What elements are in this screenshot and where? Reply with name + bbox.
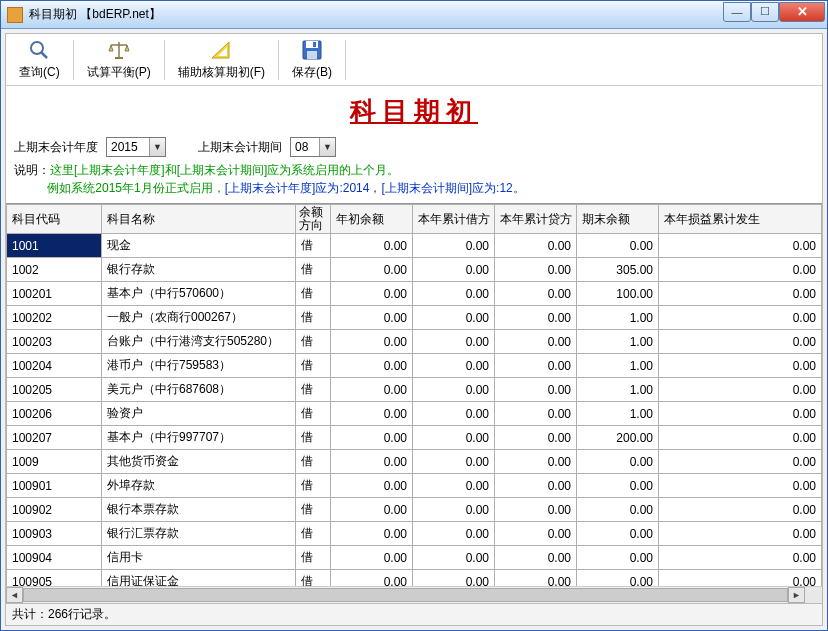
cell-v2[interactable]: 0.00 bbox=[495, 354, 577, 378]
cell-v1[interactable]: 0.00 bbox=[413, 354, 495, 378]
cell-v2[interactable]: 0.00 bbox=[495, 426, 577, 450]
cell-v0[interactable]: 0.00 bbox=[331, 426, 413, 450]
cell-name[interactable]: 验资户 bbox=[102, 402, 296, 426]
cell-code[interactable]: 100203 bbox=[7, 330, 102, 354]
cell-v2[interactable]: 0.00 bbox=[495, 450, 577, 474]
cell-v4[interactable]: 0.00 bbox=[659, 402, 822, 426]
maximize-button[interactable]: ☐ bbox=[751, 2, 779, 22]
cell-v4[interactable]: 0.00 bbox=[659, 570, 822, 586]
cell-v1[interactable]: 0.00 bbox=[413, 522, 495, 546]
cell-v1[interactable]: 0.00 bbox=[413, 258, 495, 282]
cell-v0[interactable]: 0.00 bbox=[331, 258, 413, 282]
table-row[interactable]: 100205美元户（中行687608）借0.000.000.001.000.00 bbox=[7, 378, 822, 402]
cell-code[interactable]: 100902 bbox=[7, 498, 102, 522]
cell-code[interactable]: 100201 bbox=[7, 282, 102, 306]
titlebar[interactable]: 科目期初 【bdERP.net】 — ☐ ✕ bbox=[1, 1, 827, 29]
cell-v1[interactable]: 0.00 bbox=[413, 282, 495, 306]
trial-balance-button[interactable]: 试算平衡(P) bbox=[78, 36, 160, 84]
cell-v3[interactable]: 100.00 bbox=[577, 282, 659, 306]
cell-name[interactable]: 信用证保证金 bbox=[102, 570, 296, 586]
cell-name[interactable]: 银行汇票存款 bbox=[102, 522, 296, 546]
cell-v3[interactable]: 0.00 bbox=[577, 570, 659, 586]
query-button[interactable]: 查询(C) bbox=[10, 36, 69, 84]
cell-name[interactable]: 信用卡 bbox=[102, 546, 296, 570]
save-button[interactable]: 保存(B) bbox=[283, 36, 341, 84]
col-year-credit[interactable]: 本年累计贷方 bbox=[495, 205, 577, 234]
cell-code[interactable]: 100206 bbox=[7, 402, 102, 426]
scroll-right-icon[interactable]: ► bbox=[788, 587, 805, 603]
cell-v2[interactable]: 0.00 bbox=[495, 570, 577, 586]
cell-v0[interactable]: 0.00 bbox=[331, 354, 413, 378]
col-year-open[interactable]: 年初余额 bbox=[331, 205, 413, 234]
table-row[interactable]: 100903银行汇票存款借0.000.000.000.000.00 bbox=[7, 522, 822, 546]
cell-v3[interactable]: 1.00 bbox=[577, 306, 659, 330]
cell-code[interactable]: 100204 bbox=[7, 354, 102, 378]
cell-name[interactable]: 现金 bbox=[102, 234, 296, 258]
dropdown-icon[interactable]: ▼ bbox=[149, 138, 165, 156]
cell-v4[interactable]: 0.00 bbox=[659, 474, 822, 498]
cell-code[interactable]: 100905 bbox=[7, 570, 102, 586]
cell-v2[interactable]: 0.00 bbox=[495, 378, 577, 402]
cell-v2[interactable]: 0.00 bbox=[495, 498, 577, 522]
cell-v2[interactable]: 0.00 bbox=[495, 330, 577, 354]
cell-dir[interactable]: 借 bbox=[296, 282, 331, 306]
cell-v1[interactable]: 0.00 bbox=[413, 498, 495, 522]
cell-v3[interactable]: 1.00 bbox=[577, 330, 659, 354]
cell-name[interactable]: 美元户（中行687608） bbox=[102, 378, 296, 402]
cell-code[interactable]: 100202 bbox=[7, 306, 102, 330]
table-row[interactable]: 1002银行存款借0.000.000.00305.000.00 bbox=[7, 258, 822, 282]
cell-v4[interactable]: 0.00 bbox=[659, 426, 822, 450]
cell-v3[interactable]: 0.00 bbox=[577, 450, 659, 474]
col-name[interactable]: 科目名称 bbox=[102, 205, 296, 234]
cell-name[interactable]: 港币户（中行759583） bbox=[102, 354, 296, 378]
cell-v2[interactable]: 0.00 bbox=[495, 402, 577, 426]
close-button[interactable]: ✕ bbox=[779, 2, 825, 22]
cell-v4[interactable]: 0.00 bbox=[659, 354, 822, 378]
cell-code[interactable]: 1001 bbox=[7, 234, 102, 258]
cell-dir[interactable]: 借 bbox=[296, 546, 331, 570]
table-row[interactable]: 100902银行本票存款借0.000.000.000.000.00 bbox=[7, 498, 822, 522]
cell-v1[interactable]: 0.00 bbox=[413, 474, 495, 498]
cell-code[interactable]: 100205 bbox=[7, 378, 102, 402]
cell-name[interactable]: 银行本票存款 bbox=[102, 498, 296, 522]
table-row[interactable]: 100905信用证保证金借0.000.000.000.000.00 bbox=[7, 570, 822, 586]
col-period-end[interactable]: 期末余额 bbox=[577, 205, 659, 234]
cell-v3[interactable]: 0.00 bbox=[577, 474, 659, 498]
cell-v1[interactable]: 0.00 bbox=[413, 330, 495, 354]
cell-code[interactable]: 100903 bbox=[7, 522, 102, 546]
cell-v3[interactable]: 305.00 bbox=[577, 258, 659, 282]
table-row[interactable]: 100206验资户借0.000.000.001.000.00 bbox=[7, 402, 822, 426]
cell-dir[interactable]: 借 bbox=[296, 450, 331, 474]
cell-v4[interactable]: 0.00 bbox=[659, 546, 822, 570]
cell-dir[interactable]: 借 bbox=[296, 522, 331, 546]
cell-v0[interactable]: 0.00 bbox=[331, 522, 413, 546]
cell-v2[interactable]: 0.00 bbox=[495, 546, 577, 570]
cell-dir[interactable]: 借 bbox=[296, 426, 331, 450]
cell-v1[interactable]: 0.00 bbox=[413, 546, 495, 570]
cell-v0[interactable]: 0.00 bbox=[331, 546, 413, 570]
cell-dir[interactable]: 借 bbox=[296, 258, 331, 282]
table-row[interactable]: 100904信用卡借0.000.000.000.000.00 bbox=[7, 546, 822, 570]
table-row[interactable]: 100202一般户（农商行000267）借0.000.000.001.000.0… bbox=[7, 306, 822, 330]
cell-dir[interactable]: 借 bbox=[296, 378, 331, 402]
cell-dir[interactable]: 借 bbox=[296, 234, 331, 258]
cell-v4[interactable]: 0.00 bbox=[659, 378, 822, 402]
cell-v4[interactable]: 0.00 bbox=[659, 498, 822, 522]
cell-dir[interactable]: 借 bbox=[296, 354, 331, 378]
cell-v2[interactable]: 0.00 bbox=[495, 522, 577, 546]
cell-code[interactable]: 100904 bbox=[7, 546, 102, 570]
cell-name[interactable]: 银行存款 bbox=[102, 258, 296, 282]
cell-v3[interactable]: 1.00 bbox=[577, 402, 659, 426]
table-row[interactable]: 100203台账户（中行港湾支行505280）借0.000.000.001.00… bbox=[7, 330, 822, 354]
col-code[interactable]: 科目代码 bbox=[7, 205, 102, 234]
cell-v2[interactable]: 0.00 bbox=[495, 258, 577, 282]
table-row[interactable]: 100901外埠存款借0.000.000.000.000.00 bbox=[7, 474, 822, 498]
cell-dir[interactable]: 借 bbox=[296, 474, 331, 498]
cell-dir[interactable]: 借 bbox=[296, 402, 331, 426]
minimize-button[interactable]: — bbox=[723, 2, 751, 22]
cell-v3[interactable]: 0.00 bbox=[577, 546, 659, 570]
aux-opening-button[interactable]: 辅助核算期初(F) bbox=[169, 36, 274, 84]
period-input[interactable] bbox=[291, 140, 319, 154]
cell-v0[interactable]: 0.00 bbox=[331, 570, 413, 586]
cell-name[interactable]: 基本户（中行997707） bbox=[102, 426, 296, 450]
